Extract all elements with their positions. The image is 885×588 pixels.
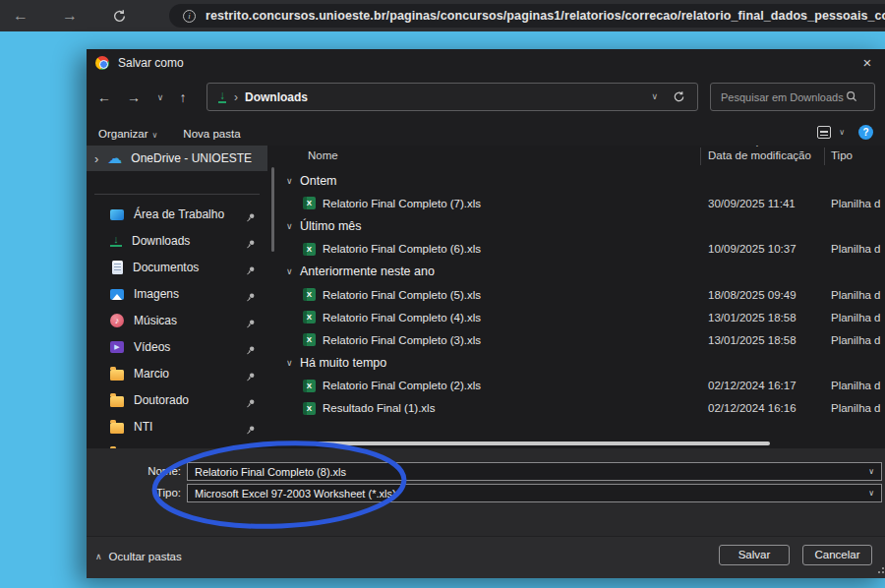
excel-file-icon: X <box>303 243 316 256</box>
organize-menu[interactable]: Organizar∨ <box>98 128 157 140</box>
horizontal-scrollbar[interactable] <box>280 441 770 445</box>
search-box[interactable] <box>710 83 875 111</box>
sidebar-item-label: Marcio <box>134 367 169 381</box>
sidebar-item-marcio[interactable]: Marcio <box>87 360 267 386</box>
excel-file-icon: X <box>303 311 316 323</box>
view-dropdown-icon[interactable]: ∨ <box>839 128 845 137</box>
group-label: Último mês <box>300 219 362 233</box>
file-row[interactable]: XResultado Final.xls02/12/2024 16:16Plan… <box>280 420 885 421</box>
filename-combobox[interactable]: ∨ <box>187 462 882 481</box>
hide-folders-label: Ocultar pastas <box>109 551 182 562</box>
save-as-dialog: Salvar como × ← → ∨ ↑ ↓ › Downloads ∨ Or… <box>87 49 885 578</box>
breadcrumb-location[interactable]: Downloads <box>245 90 308 104</box>
file-date: 10/09/2025 10:37 <box>708 243 831 255</box>
forward-icon[interactable]: → <box>122 85 146 110</box>
pin-icon[interactable] <box>246 208 256 226</box>
resize-grip[interactable] <box>876 567 884 575</box>
file-list: Nome ∨ Data de modificação Tipo ∨OntemXR… <box>280 146 885 448</box>
page-url: restrito.concursos.unioeste.br/paginas/c… <box>206 9 885 23</box>
sidebar-item-doutorado[interactable]: Doutorado <box>87 386 267 413</box>
view-mode-icon[interactable] <box>817 126 831 139</box>
sidebar-item-mu-sicas[interactable]: ♪Músicas <box>87 307 267 333</box>
downloads-icon: ↓ <box>218 90 226 103</box>
sidebar-item-a-rea-de-trabalho[interactable]: Área de Trabalho <box>87 201 267 227</box>
sidebar-item-label: NTI <box>134 420 152 434</box>
search-input[interactable] <box>721 91 844 103</box>
up-icon[interactable]: ↑ <box>171 85 195 110</box>
pin-icon[interactable] <box>246 341 256 359</box>
file-name: Relatorio Final Completo (2).xls <box>323 380 481 391</box>
pin-icon[interactable] <box>246 315 256 332</box>
file-name-cell: XRelatorio Final Completo (7).xls <box>280 197 708 209</box>
file-row[interactable]: XRelatorio Final Completo (7).xls30/09/2… <box>280 192 885 214</box>
site-info-icon[interactable]: i <box>183 10 196 23</box>
filetype-dropdown-icon[interactable]: ∨ <box>868 489 874 498</box>
expander-chevron-icon[interactable]: › <box>94 151 98 166</box>
file-row[interactable]: XRelatorio Final Completo (5).xls18/08/2… <box>280 283 885 306</box>
sidebar-item-nti[interactable]: NTI <box>87 413 267 440</box>
file-type: Planilha d <box>831 289 885 301</box>
sidebar-item-imagens[interactable]: Imagens <box>87 280 267 307</box>
help-icon[interactable]: ? <box>858 125 873 140</box>
filename-input[interactable] <box>195 466 824 478</box>
file-group-header[interactable]: ∨Anteriormente neste ano <box>280 261 885 283</box>
pin-icon[interactable] <box>246 235 256 253</box>
dialog-content: › ☁ OneDrive - UNIOESTE Área de Trabalho… <box>87 146 885 448</box>
column-divider[interactable] <box>700 147 701 165</box>
pin-icon[interactable] <box>246 394 256 412</box>
close-icon[interactable]: × <box>857 53 877 73</box>
back-icon[interactable]: ← <box>92 85 116 110</box>
pin-icon[interactable] <box>246 262 256 279</box>
folder-icon <box>110 370 124 381</box>
save-button[interactable]: Salvar <box>719 545 790 565</box>
browser-forward-icon[interactable]: → <box>59 5 81 27</box>
browser-back-icon[interactable]: ← <box>10 5 31 27</box>
sidebar-item-processos[interactable]: Processos <box>87 440 267 448</box>
refresh-icon[interactable] <box>673 89 685 107</box>
sidebar-item-downloads[interactable]: ↓Downloads <box>87 227 267 254</box>
column-divider[interactable] <box>824 147 825 165</box>
file-type: Planilha d <box>831 334 885 346</box>
browser-reload-icon[interactable] <box>108 5 130 27</box>
file-name: Relatorio Final Completo (4).xls <box>323 312 481 323</box>
file-row[interactable]: XRelatorio Final Completo (3).xls13/01/2… <box>280 328 885 351</box>
file-row[interactable]: XRelatorio Final Completo (2).xls02/12/2… <box>280 375 885 397</box>
file-group-header[interactable]: ∨Ontem <box>280 169 885 192</box>
sidebar-item-onedrive[interactable]: › ☁ OneDrive - UNIOESTE <box>87 146 267 171</box>
file-row[interactable]: XRelatorio Final Completo (6).xls10/09/2… <box>280 238 885 261</box>
hide-folders-button[interactable]: ∧ Ocultar pastas <box>95 551 182 562</box>
excel-file-icon: X <box>303 333 316 346</box>
file-date: 02/12/2024 16:16 <box>708 402 831 414</box>
address-dropdown-icon[interactable]: ∨ <box>651 91 658 101</box>
sidebar-item-vi-deos[interactable]: ▶Vídeos <box>87 333 267 360</box>
column-header-name[interactable]: Nome <box>308 149 338 161</box>
file-name: Relatorio Final Completo (3).xls <box>323 334 481 346</box>
sidebar-item-documentos[interactable]: Documentos <box>87 254 267 280</box>
file-row[interactable]: XResultado Final (1).xls02/12/2024 16:16… <box>280 397 885 420</box>
column-header-type[interactable]: Tipo <box>831 149 853 161</box>
cancel-button[interactable]: Cancelar <box>802 545 872 565</box>
dialog-navbar: ← → ∨ ↑ ↓ › Downloads ∨ <box>87 83 885 112</box>
filetype-select[interactable]: Microsoft Excel 97-2003 Worksheet (*.xls… <box>187 484 882 502</box>
organize-label: Organizar <box>98 128 148 140</box>
file-row[interactable]: XRelatorio Final Completo (4).xls13/01/2… <box>280 306 885 328</box>
chevron-up-icon: ∧ <box>95 552 102 561</box>
new-folder-button[interactable]: Nova pasta <box>183 128 240 140</box>
pin-icon[interactable] <box>246 421 256 439</box>
dialog-titlebar[interactable]: Salvar como × <box>87 49 885 77</box>
file-name: Relatorio Final Completo (5).xls <box>323 289 481 301</box>
address-bar[interactable]: i restrito.concursos.unioeste.br/paginas… <box>169 4 885 28</box>
file-group-header[interactable]: ∨Último mês <box>280 214 885 237</box>
sidebar-scrollbar[interactable] <box>271 167 274 252</box>
sidebar-divider <box>94 194 260 195</box>
filename-dropdown-icon[interactable]: ∨ <box>868 467 874 476</box>
recent-locations-icon[interactable]: ∨ <box>148 85 172 110</box>
column-header-date[interactable]: Data de modificação <box>708 149 811 161</box>
location-breadcrumb[interactable]: ↓ › Downloads ∨ <box>206 83 698 111</box>
search-icon <box>846 88 857 106</box>
file-name-cell: XRelatorio Final Completo (2).xls <box>280 380 708 392</box>
pin-icon[interactable] <box>246 368 256 385</box>
pin-icon[interactable] <box>246 288 256 306</box>
sidebar-item-label: Músicas <box>134 314 177 327</box>
file-group-header[interactable]: ∨Há muito tempo <box>280 352 885 375</box>
